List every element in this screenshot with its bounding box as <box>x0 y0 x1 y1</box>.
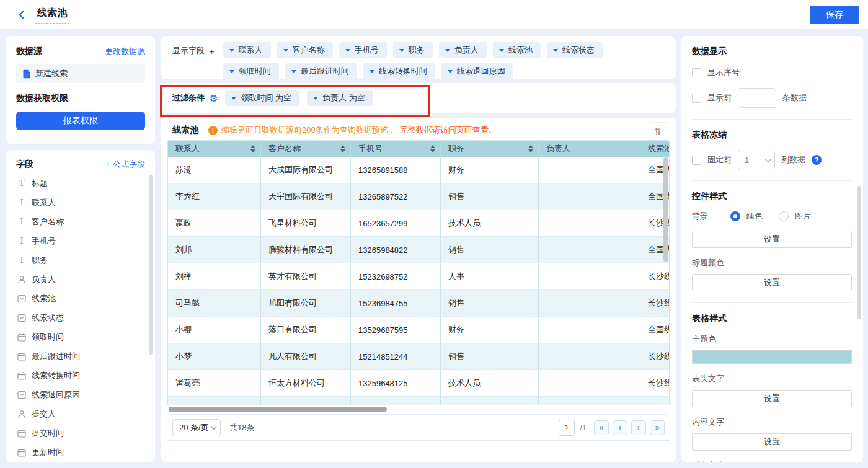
cols-suffix-label: 列数据 <box>781 154 805 166</box>
chevron-down-icon <box>499 49 504 52</box>
divider <box>692 302 852 303</box>
sort-order-button[interactable]: ⇅ <box>649 122 667 141</box>
field-item-phone[interactable]: I手机号 <box>16 231 145 250</box>
field-item-updatetime[interactable]: 更新时间 <box>16 443 145 462</box>
calendar-icon <box>17 429 26 438</box>
table-row: 司马懿旭阳有限公司15236984755销售长沙线索池 <box>168 290 670 317</box>
chip-phone[interactable]: 手机号 <box>339 42 387 58</box>
chip-job[interactable]: 职务 <box>393 42 433 58</box>
chip-returnreason[interactable]: 线索退回原因 <box>441 63 513 79</box>
help-icon[interactable]: ? <box>812 155 822 165</box>
field-item-converttime[interactable]: 线索转换时间 <box>16 366 145 385</box>
field-item-owner[interactable]: 负责人 <box>16 270 145 289</box>
chevron-down-icon <box>370 70 374 73</box>
table-row: 李秀红天宇国际有限公司13265897522销售全国线索池 <box>168 183 670 210</box>
gear-icon[interactable]: ⚙ <box>210 94 218 103</box>
table-vertical-scrollbar[interactable] <box>663 157 668 262</box>
table-row: 刘禅英才有限公司15232698752人事长沙线索池 <box>168 263 670 290</box>
fields-scrollbar[interactable] <box>149 175 153 355</box>
freeze-checkbox[interactable] <box>692 156 701 165</box>
next-page-button[interactable]: › <box>631 420 646 435</box>
chip-converttime[interactable]: 线索转换时间 <box>363 63 435 79</box>
image-radio[interactable] <box>779 211 789 221</box>
theme-color-swatch[interactable] <box>692 350 852 364</box>
warning-link[interactable]: 完整数据请访问页面查看。 <box>400 125 497 136</box>
change-datasource-link[interactable]: 更改数据源 <box>105 46 145 57</box>
chip-leadstatus[interactable]: 线索状态 <box>547 42 603 58</box>
display-fields-label: 显示字段 <box>172 45 205 56</box>
col-header-leadpool[interactable]: 线索池 <box>640 141 670 157</box>
calendar-icon <box>17 352 26 361</box>
first-page-button[interactable]: « <box>594 420 609 435</box>
col-header-owner[interactable]: 负责人 <box>539 141 640 157</box>
add-formula-field-link[interactable]: + 公式字段 <box>106 159 145 170</box>
sort-arrows-icon <box>340 145 345 152</box>
settings-scrollbar[interactable] <box>857 186 861 319</box>
show-index-label: 显示序号 <box>707 67 740 78</box>
freeze-count-select[interactable]: 1 <box>738 151 775 169</box>
field-item-returnreason[interactable]: 线索退回原因 <box>16 385 145 404</box>
last-page-button[interactable]: » <box>650 420 665 435</box>
filter-panel: 过滤条件 ⚙ 领取时间 为空 负责人 为空 <box>161 83 676 113</box>
content-text-set-button[interactable]: 设置 <box>692 433 852 451</box>
person-icon <box>17 275 26 284</box>
chip-lastfollow[interactable]: 最后跟进时间 <box>285 63 357 79</box>
field-item-contact[interactable]: I联系人 <box>16 193 145 212</box>
image-label: 图片 <box>795 211 811 222</box>
header-text-set-button[interactable]: 设置 <box>692 390 852 407</box>
rows-suffix-label: 条数据 <box>782 92 807 104</box>
field-item-submittime[interactable]: 提交时间 <box>16 423 145 443</box>
show-index-checkbox[interactable] <box>692 68 701 77</box>
field-item-leadstatus[interactable]: 线索状态 <box>16 308 145 327</box>
person-icon <box>17 410 26 418</box>
field-item-customer[interactable]: I客户名称 <box>16 212 145 231</box>
chevron-down-icon <box>765 156 771 162</box>
field-item-submitter[interactable]: 提交人 <box>16 404 145 423</box>
page-number-input[interactable]: 1 <box>559 420 575 436</box>
chip-claimtime[interactable]: 领取时间 <box>223 63 279 79</box>
divider <box>692 119 852 120</box>
chip-leadpool[interactable]: 线索池 <box>493 42 541 58</box>
table-row: 苏漫大成国际有限公司13265891588财务全国线索池 <box>168 157 670 183</box>
chip-contact[interactable]: 联系人 <box>223 42 271 58</box>
field-item-title[interactable]: T标题 <box>16 174 145 193</box>
report-permission-button[interactable]: 报表权限 <box>16 112 145 130</box>
data-display-heading: 数据显示 <box>692 46 852 57</box>
prev-page-button[interactable]: ‹ <box>613 420 627 435</box>
show-first-checkbox[interactable] <box>692 94 701 103</box>
chevron-down-icon <box>553 49 558 52</box>
col-header-contact[interactable]: 联系人 <box>168 141 261 157</box>
title-color-set-button[interactable]: 设置 <box>692 274 852 291</box>
field-item-leadpool[interactable]: 线索池 <box>16 289 145 308</box>
chevron-down-icon <box>445 49 450 52</box>
field-item-job[interactable]: I职务 <box>16 250 145 270</box>
chevron-down-icon <box>291 70 296 73</box>
field-item-claimtime[interactable]: 领取时间 <box>16 327 145 347</box>
table-row: 刘邦腾骏材料有限公司13265984822销售全国线索池 <box>168 237 670 263</box>
filter-chip-owner-empty[interactable]: 负责人 为空 <box>307 90 373 106</box>
col-header-customer[interactable]: 客户名称 <box>261 141 351 157</box>
col-header-job[interactable]: 职务 <box>441 141 539 157</box>
back-button[interactable] <box>15 8 29 22</box>
table-row: 小梦凡人有限公司15214851244销售长沙线索池 <box>168 343 670 370</box>
table-horizontal-scrollbar[interactable] <box>169 407 387 412</box>
page-size-select[interactable]: 20 条/页 <box>172 419 221 436</box>
solid-color-label: 纯色 <box>746 211 763 222</box>
sort-arrows-icon <box>250 145 255 152</box>
solid-color-radio[interactable] <box>730 211 740 221</box>
filter-chip-claimtime-empty[interactable]: 领取时间 为空 <box>225 90 299 106</box>
field-item-lastfollow[interactable]: 最后跟进时间 <box>16 347 145 366</box>
datasource-item[interactable]: 新建线索 <box>16 64 145 83</box>
widget-style-heading: 控件样式 <box>692 191 852 202</box>
row-limit-input[interactable] <box>738 88 776 108</box>
page-total-label: /1 <box>580 423 587 432</box>
save-button[interactable]: 保存 <box>810 6 859 24</box>
chevron-down-icon <box>211 423 217 430</box>
chip-owner[interactable]: 负责人 <box>439 42 487 58</box>
display-field-chips: 联系人 客户名称 手机号 职务 负责人 线索池 线索状态 领取时间 最后跟进时间… <box>223 42 651 74</box>
page-title[interactable]: 线索池 <box>35 6 69 24</box>
bg-set-button[interactable]: 设置 <box>692 231 852 248</box>
chip-customer[interactable]: 客户名称 <box>277 42 333 58</box>
col-header-phone[interactable]: 手机号 <box>351 141 441 157</box>
add-display-field-button[interactable]: + <box>209 46 215 56</box>
